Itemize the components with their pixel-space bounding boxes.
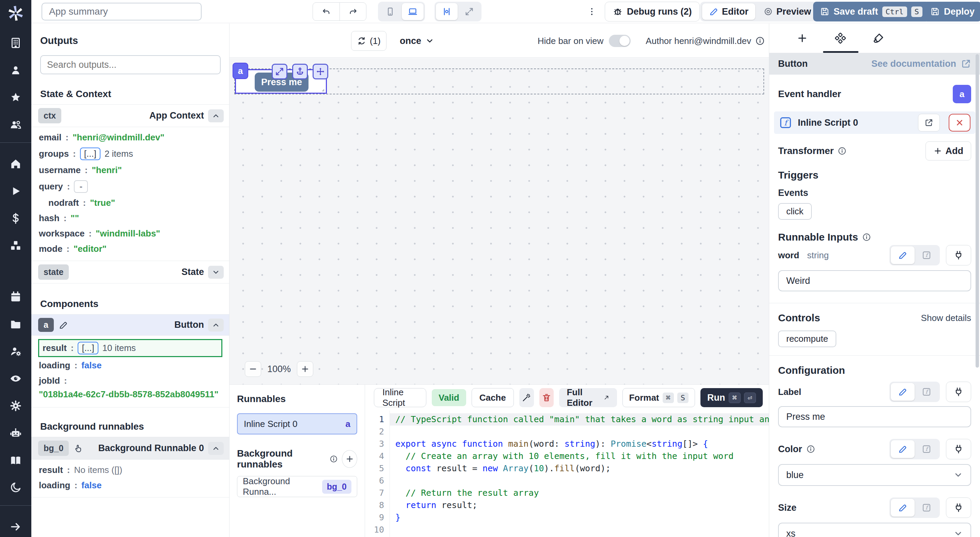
static-mode-button[interactable] (891, 246, 915, 264)
size-select[interactable]: xs (778, 523, 971, 537)
static-mode-button[interactable] (891, 440, 915, 458)
sidebar-item-users-icon[interactable] (10, 119, 22, 131)
state-expand-button[interactable] (208, 266, 224, 279)
runnable-item-selected[interactable]: Inline Script 0 a (237, 413, 357, 435)
see-documentation-link[interactable]: See documentation (871, 59, 971, 69)
tab-preview[interactable]: Preview (757, 3, 818, 20)
label-value-input[interactable] (778, 406, 971, 427)
anchor-handle[interactable] (292, 64, 308, 80)
expr-mode-button[interactable]: f (915, 383, 939, 401)
full-editor-button[interactable]: Full Editor (559, 388, 617, 407)
field-row-jobId[interactable]: jobId: (38, 373, 222, 389)
field-row-hash[interactable]: hash:"" (38, 210, 222, 226)
sidebar-item-eye-icon[interactable] (10, 373, 22, 385)
sidebar-item-user-cog-icon[interactable] (10, 345, 22, 357)
add-transformer-button[interactable]: Add (926, 142, 971, 161)
expr-mode-button[interactable]: f (915, 440, 939, 458)
open-script-button[interactable] (918, 114, 940, 132)
code-line[interactable]: // Create an array with 10 elements, fil… (390, 450, 769, 462)
sidebar-item-user-icon[interactable] (10, 64, 22, 76)
static-mode-button[interactable] (891, 383, 915, 401)
save-draft-button[interactable]: Save draft Ctrl S (813, 2, 929, 21)
sidebar-item-cubes-icon[interactable] (10, 239, 22, 252)
hide-bar-toggle[interactable] (609, 35, 631, 47)
sidebar-item-dollar-icon[interactable] (10, 212, 22, 225)
styling-tab-icon[interactable] (873, 32, 884, 44)
add-component-tab-icon[interactable] (797, 32, 808, 44)
connect-input-button[interactable] (946, 497, 971, 518)
field-row-groups[interactable]: groups:[...]2 items (38, 145, 222, 163)
mobile-view-button[interactable] (379, 3, 401, 20)
word-value-input[interactable] (778, 270, 971, 291)
app-canvas[interactable]: a Press me 100% (229, 58, 769, 384)
scrollbar-thumb[interactable] (975, 54, 979, 368)
code-line[interactable] (390, 524, 769, 536)
sidebar-item-moon-icon[interactable] (10, 481, 22, 494)
expr-mode-button[interactable]: f (915, 499, 939, 516)
desktop-view-button[interactable] (402, 3, 423, 20)
color-select[interactable]: blue (778, 464, 971, 486)
selected-component-tab[interactable]: a (232, 63, 248, 79)
full-width-button[interactable] (458, 3, 480, 20)
more-menu-button[interactable] (584, 3, 600, 20)
format-button[interactable]: Format ⌘ S (622, 388, 695, 407)
show-details-link[interactable]: Show details (921, 313, 971, 323)
center-layout-button[interactable] (436, 3, 458, 20)
code-line[interactable]: return result; (390, 499, 769, 512)
component-settings-tab-icon[interactable] (835, 32, 846, 44)
field-row-workspace[interactable]: workspace:"windmill-labs" (38, 226, 222, 241)
resize-corner-icon[interactable] (318, 86, 325, 92)
sidebar-item-book-icon[interactable] (10, 454, 22, 467)
static-mode-button[interactable] (891, 499, 915, 516)
sidebar-item-building-icon[interactable] (10, 37, 22, 49)
code-line[interactable]: // Return the result array (390, 487, 769, 499)
code-line[interactable]: } (390, 512, 769, 524)
ctx-collapse-button[interactable] (208, 109, 224, 122)
field-row-email[interactable]: email:"henri@windmill.dev" (38, 130, 222, 145)
field-row-mode[interactable]: mode:"editor" (38, 241, 222, 257)
run-button[interactable]: Run ⌘ ⏎ (700, 388, 763, 407)
sidebar-item-folder-icon[interactable] (10, 318, 22, 330)
connect-input-button[interactable] (946, 382, 971, 402)
sidebar-item-robot-icon[interactable] (10, 427, 22, 439)
inline-script-row[interactable]: f Inline Script 0 (774, 112, 975, 134)
refresh-interval-dropdown[interactable]: once (400, 31, 434, 51)
sidebar-item-gear-icon[interactable] (10, 400, 22, 412)
windmill-logo-icon[interactable] (7, 5, 24, 22)
code-line[interactable]: const result = new Array(10).fill(word); (390, 462, 769, 475)
code-line[interactable] (390, 425, 769, 438)
bg0-collapse-button[interactable] (208, 442, 224, 455)
remove-script-button[interactable] (949, 114, 970, 132)
code-line[interactable]: export async function main(word: string)… (390, 438, 769, 450)
search-outputs-input[interactable] (40, 55, 221, 74)
sidebar-item-home-icon[interactable] (10, 158, 22, 170)
delete-script-button[interactable] (539, 388, 554, 407)
expr-mode-button[interactable]: f (915, 246, 939, 264)
ctx-row[interactable]: ctx App Context (31, 105, 229, 127)
deploy-button[interactable]: Deploy (923, 2, 980, 21)
sidebar-item-arrow-right-icon[interactable] (10, 521, 22, 533)
bg-runnable-item[interactable]: Background Runna... bg_0 (237, 476, 357, 497)
connect-input-button[interactable] (946, 439, 971, 459)
code-line[interactable]: // TypeScript function called "main" tha… (390, 413, 769, 425)
component-collapse-button[interactable] (208, 319, 224, 331)
move-handle[interactable] (313, 64, 328, 80)
state-row[interactable]: state State (31, 261, 229, 284)
code-editor[interactable]: 12345678910 // TypeScript function calle… (365, 411, 769, 537)
bg0-row[interactable]: bg_0 Background Runnable 0 (31, 437, 229, 460)
tab-editor[interactable]: Editor (702, 3, 755, 20)
app-summary-input[interactable] (41, 3, 202, 21)
field-row-result[interactable]: result:[...]10 items (38, 339, 222, 357)
code-lines[interactable]: // TypeScript function called "main" tha… (390, 411, 769, 537)
refresh-button[interactable]: (1) (351, 31, 387, 51)
recompute-button[interactable]: recompute (778, 330, 836, 347)
field-row-nodraft[interactable]: nodraft:"true" (38, 195, 222, 210)
field-row-username[interactable]: username:"henri" (38, 163, 222, 178)
field-row-loading[interactable]: loading:false (38, 358, 222, 373)
edit-id-icon[interactable] (59, 320, 68, 330)
code-line[interactable] (390, 475, 769, 487)
sidebar-item-play-icon[interactable] (10, 185, 22, 197)
cache-button[interactable]: Cache (472, 388, 514, 407)
connect-input-button[interactable] (946, 245, 971, 265)
zoom-out-button[interactable] (245, 361, 261, 377)
